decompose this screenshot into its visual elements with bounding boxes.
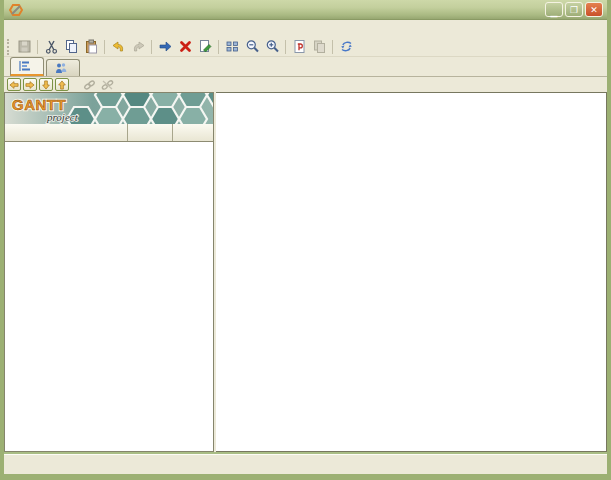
task-table-body [5,142,213,451]
arrow-left-icon [9,80,19,90]
arrow-right-icon [25,80,35,90]
delete-x-icon [178,39,193,54]
task-toolbar [4,77,607,92]
properties-icon [198,39,213,54]
task-table-panel: GANTT GANTT project [4,92,214,452]
link-tasks-button[interactable] [81,78,97,91]
arrow-down-icon [41,80,51,90]
task-properties-button[interactable] [195,38,215,56]
move-task-down-button[interactable] [39,78,53,91]
copy-icon [64,39,79,54]
critical-path-button[interactable] [222,38,242,56]
publish-button[interactable] [309,38,329,56]
cut-button[interactable] [41,38,61,56]
sync-button[interactable] [336,38,356,56]
ganttproject-window: ▁ ❐ ✕ [0,0,611,480]
main-toolbar [4,37,607,57]
new-task-button[interactable] [155,38,175,56]
logo-project-text: project [46,111,79,123]
redo-icon [131,39,146,54]
view-tabs [4,57,607,77]
redo-button[interactable] [128,38,148,56]
link-icon [83,79,96,91]
maximize-button[interactable]: ❐ [565,2,583,17]
grid-icon [225,39,240,54]
tab-resources[interactable] [46,59,80,76]
zoom-in-button[interactable] [262,38,282,56]
save-button[interactable] [14,38,34,56]
main-content: GANTT GANTT project [4,92,607,454]
title-bar[interactable]: ▁ ❐ ✕ [4,0,607,20]
zoom-out-button[interactable] [242,38,262,56]
minimize-button[interactable]: ▁ [545,2,563,17]
unlink-tasks-button[interactable] [99,78,115,91]
status-bar [4,454,607,475]
resources-icon [55,62,67,74]
scissors-icon [44,39,59,54]
report-button[interactable] [289,38,309,56]
copy-button[interactable] [61,38,81,56]
paste-icon [84,39,99,54]
gantt-chart-panel [216,92,607,452]
column-header-name[interactable] [5,124,128,141]
paste-button[interactable] [81,38,101,56]
table-header[interactable] [5,124,213,142]
zoom-in-icon [265,39,280,54]
app-icon [9,3,23,17]
ganttproject-logo-banner: GANTT GANTT project [5,93,213,124]
move-task-left-button[interactable] [7,78,21,91]
column-header-begin-date[interactable] [128,124,173,141]
column-header-end-date[interactable] [173,124,213,141]
save-icon [17,39,32,54]
zoom-out-icon [245,39,260,54]
toolbar-grip[interactable] [7,39,11,55]
blue-arrow-icon [158,39,173,54]
menu-bar [4,20,607,37]
gantt-chart[interactable] [216,93,605,451]
unlink-icon [101,79,114,91]
close-button[interactable]: ✕ [585,2,603,17]
move-task-right-button[interactable] [23,78,37,91]
tab-gantt[interactable] [10,57,44,76]
publish-icon [312,39,327,54]
sync-icon [339,39,354,54]
gantt-chart-icon [19,60,31,72]
undo-button[interactable] [108,38,128,56]
undo-icon [111,39,126,54]
arrow-up-icon [57,80,67,90]
report-icon [292,39,307,54]
move-task-up-button[interactable] [55,78,69,91]
delete-task-button[interactable] [175,38,195,56]
